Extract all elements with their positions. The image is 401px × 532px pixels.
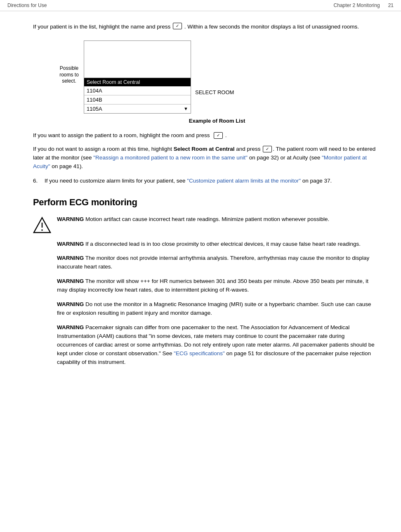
header-chapter: Chapter 2 Monitoring bbox=[334, 2, 380, 8]
warning-block-2: WARNING If a disconnected lead is in too… bbox=[57, 240, 376, 249]
room-list-header: Select Room at Central bbox=[84, 78, 191, 86]
check-icon-central: ✓ bbox=[263, 146, 272, 152]
item6-content: If you need to customize alarm limits fo… bbox=[45, 177, 332, 185]
warning-content-2: If a disconnected lead is in too close p… bbox=[85, 241, 361, 247]
warning-label-3: WARNING bbox=[57, 255, 84, 261]
room-list-box: Select Room at Central 1104A 1104B 1105A… bbox=[84, 40, 191, 114]
warning-block-1: WARNING Motion artifact can cause incorr… bbox=[33, 215, 376, 234]
room-list-diagram: Possible rooms to select. Select Room at… bbox=[58, 40, 376, 114]
para2-bold: Select Room at Central bbox=[174, 146, 235, 152]
assign-room-text1: If you want to assign the patient to a r… bbox=[33, 132, 210, 138]
room-item-1105a: 1105A ▼ bbox=[84, 104, 191, 113]
room-name-1105a: 1105A bbox=[87, 106, 102, 112]
item-number-6: 6. bbox=[33, 177, 45, 185]
para2-text2: and press bbox=[234, 146, 260, 152]
warning-content-1: Motion artifact can cause incorrect hear… bbox=[85, 216, 329, 222]
warning-block-6: WARNING Pacemaker signals can differ fro… bbox=[57, 323, 376, 367]
reassign-link[interactable]: "Reassign a monitored patient to a new r… bbox=[93, 154, 248, 161]
item6-text2: on page 37. bbox=[301, 178, 332, 184]
warning-block-4: WARNING The monitor will show +++ for HR… bbox=[57, 277, 376, 294]
warning-label-1: WARNING bbox=[57, 216, 84, 222]
warning-label-2: WARNING bbox=[57, 241, 84, 247]
header-right: Chapter 2 Monitoring 21 bbox=[334, 2, 394, 8]
warning-section: WARNING Motion artifact can cause incorr… bbox=[33, 215, 376, 367]
ecg-spec-link[interactable]: "ECG specifications" bbox=[174, 350, 225, 356]
page-header: Directions for Use Chapter 2 Monitoring … bbox=[0, 0, 401, 11]
diagram-caption: Example of Room List bbox=[58, 118, 376, 124]
room-list-top-area bbox=[84, 41, 191, 78]
warning-label-6: WARNING bbox=[57, 324, 84, 330]
intro-text2: . Within a few seconds the monitor displ… bbox=[184, 23, 359, 31]
room-name-1104b: 1104B bbox=[87, 97, 102, 103]
warning-text-1: WARNING Motion artifact can cause incorr… bbox=[57, 215, 376, 224]
svg-point-2 bbox=[41, 229, 43, 231]
para2-text5: on page 41). bbox=[50, 163, 83, 169]
section-heading-ecg: Perform ECG monitoring bbox=[33, 197, 376, 208]
page-content: If your patient is in the list, highligh… bbox=[0, 11, 401, 384]
warning-block-5: WARNING Do not use the monitor in a Magn… bbox=[57, 300, 376, 318]
check-icon-intro: ✓ bbox=[173, 23, 182, 29]
item6-text1: If you need to customize alarm limits fo… bbox=[45, 178, 187, 184]
warning-label-4: WARNING bbox=[57, 278, 84, 284]
possible-rooms-label: Possible rooms to select. bbox=[58, 65, 80, 85]
para2-text1: If you do not want to assign a room at t… bbox=[33, 146, 174, 152]
warning-block-3: WARNING The monitor does not provide int… bbox=[57, 254, 376, 271]
select-room-button-label: SELECT ROOM bbox=[195, 89, 234, 96]
header-page: 21 bbox=[388, 2, 394, 8]
warning-triangle-icon bbox=[33, 216, 51, 234]
intro-text1: If your patient is in the list, highligh… bbox=[33, 23, 170, 31]
warning-content-5: Do not use the monitor in a Magnetic Res… bbox=[57, 301, 371, 316]
numbered-item-6: 6. If you need to customize alarm limits… bbox=[33, 177, 376, 185]
warning-label-5: WARNING bbox=[57, 301, 84, 307]
intro-paragraph: If your patient is in the list, highligh… bbox=[33, 23, 376, 31]
customize-alarm-link[interactable]: "Customize patient alarm limits at the m… bbox=[187, 178, 301, 184]
select-room-central-para: If you do not want to assign a room at t… bbox=[33, 145, 376, 171]
assign-room-para: If you want to assign the patient to a r… bbox=[33, 131, 376, 140]
room-item-1104b: 1104B bbox=[84, 95, 191, 104]
para2-text4: on page 32) or at Acuity (see bbox=[248, 154, 322, 161]
warning-content-4: The monitor will show +++ for HR numeric… bbox=[57, 278, 368, 293]
scroll-arrow-icon: ▼ bbox=[184, 106, 188, 111]
warning-content-3: The monitor does not provide internal ar… bbox=[57, 255, 369, 270]
room-name-1104a: 1104A bbox=[87, 88, 102, 94]
header-left: Directions for Use bbox=[7, 2, 47, 8]
room-item-1104a: 1104A bbox=[84, 86, 191, 95]
check-icon-assign: ✓ bbox=[214, 132, 223, 139]
